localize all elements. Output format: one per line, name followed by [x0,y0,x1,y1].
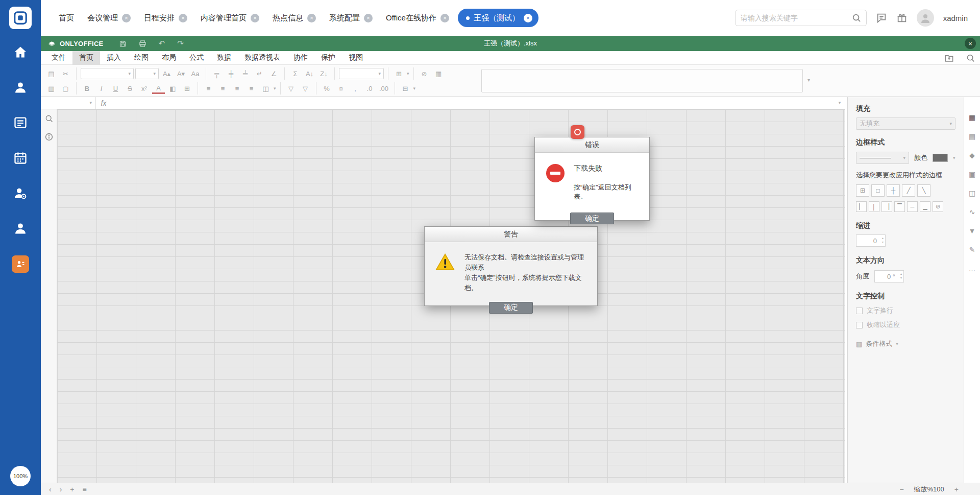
orientation-icon[interactable]: ∠ [267,67,280,80]
close-tab-icon[interactable]: × [251,14,259,22]
add-sheet-button[interactable]: + [70,485,74,493]
conditional-format-button[interactable]: ▦ 条件格式 ▾ [856,339,955,348]
cut-icon[interactable]: ✂ [59,67,72,80]
portal-logo[interactable] [9,7,32,29]
fill-select[interactable]: 无填充 ▾ [856,117,955,130]
border-vertical-button[interactable]: │ [869,201,879,212]
fill-color-icon[interactable]: ◧ [166,82,179,95]
tab-view[interactable]: 视图 [342,51,370,65]
close-tab-icon[interactable]: × [307,14,316,22]
chevron-down-icon[interactable]: ▾ [274,86,276,91]
sparkline-settings-tab-icon[interactable]: ∿ [969,208,975,216]
chevron-down-icon[interactable]: ▾ [413,86,416,91]
font-color-icon[interactable]: A [152,84,165,94]
angle-stepper[interactable]: 0 ° ▴▾ [874,270,904,282]
align-center-icon[interactable]: ≡ [216,82,229,95]
gift-icon[interactable] [896,12,908,23]
global-search-input[interactable] [741,14,852,22]
table-settings-tab-icon[interactable]: ▤ [969,132,975,140]
portal-tab-office-collab[interactable]: Office在线协作 × [381,9,454,27]
copy-icon[interactable]: ▥ [45,82,58,95]
strikethrough-icon[interactable]: S [124,82,136,95]
font-size-select[interactable]: ▾ [135,68,159,79]
border-all-button[interactable]: ⊞ [856,184,869,197]
undo-icon[interactable]: ↶ [159,39,165,48]
indent-stepper[interactable]: 0 ▴▾ [856,234,886,247]
chart-settings-tab-icon[interactable]: ◫ [969,189,975,197]
border-none-button[interactable]: ⊘ [933,201,943,212]
close-tab-icon[interactable]: × [122,14,131,22]
close-tab-icon[interactable]: × [440,14,449,22]
insert-cells-icon[interactable]: ⊞ [393,67,405,80]
close-editor-button[interactable]: × [965,38,976,49]
sheet-list-button[interactable]: ≡ [83,485,87,493]
warning-dialog-titlebar[interactable]: 警告 [425,227,597,242]
format-as-table-icon[interactable]: ▦ [432,67,445,80]
editor-search-icon[interactable] [966,54,975,62]
wrap-text-icon[interactable]: ↵ [253,67,266,80]
border-inside-button[interactable]: ┼ [887,184,900,197]
align-bottom-icon[interactable]: ╧ [239,67,252,80]
slicer-settings-tab-icon[interactable]: ▼ [969,227,976,235]
spin-down-icon[interactable]: ▾ [882,240,884,244]
decrease-font-icon[interactable]: A▾ [175,67,187,80]
save-icon[interactable] [119,40,127,48]
styles-gallery-expand-button[interactable]: ▾ [807,77,810,83]
image-settings-tab-icon[interactable]: ▣ [969,170,975,178]
error-dialog-titlebar[interactable]: 错误 [535,137,649,153]
copy-style-icon[interactable]: ▢ [59,82,72,95]
increase-decimal-icon[interactable]: .0 [363,82,376,95]
superscript-icon[interactable]: x² [138,82,151,95]
border-top-button[interactable]: ▔ [894,201,905,212]
about-info-icon[interactable] [45,133,53,141]
change-case-icon[interactable]: Aa [189,67,202,80]
spin-down-icon[interactable]: ▾ [900,276,902,280]
wrap-text-checkbox[interactable] [856,308,863,314]
open-file-location-icon[interactable] [944,53,954,63]
news-icon[interactable] [12,114,29,131]
shape-settings-tab-icon[interactable]: ◆ [969,151,975,159]
messages-icon[interactable] [876,12,887,23]
border-diagonal-down-button[interactable]: ╲ [917,184,930,197]
comma-style-icon[interactable]: , [349,82,362,95]
spin-up-icon[interactable]: ▴ [882,236,884,240]
align-left-icon[interactable]: ≡ [202,82,215,95]
border-left-button[interactable]: ▏ [856,201,867,212]
home-icon[interactable] [12,44,29,60]
increase-font-icon[interactable]: A▴ [160,67,173,80]
close-tab-icon[interactable]: × [179,14,187,22]
underline-icon[interactable]: U [109,82,122,95]
delete-cells-icon[interactable]: ⊟ [399,82,412,95]
collapse-formula-bar-button[interactable]: ▾ [834,101,845,105]
sort-ascending-icon[interactable]: A↓ [303,67,316,80]
user-avatar[interactable] [917,9,934,27]
chevron-down-icon[interactable]: ▾ [407,72,409,76]
page-zoom-badge[interactable]: 100% [10,466,31,486]
search-icon[interactable] [852,13,861,22]
border-diagonal-up-button[interactable]: ╱ [902,184,915,197]
warning-ok-button[interactable]: 确定 [489,302,533,314]
tab-formula[interactable]: 公式 [183,51,210,65]
portal-tab-content-home[interactable]: 内容管理首页 × [196,9,264,27]
portal-tab-meetings[interactable]: 会议管理 × [83,9,135,27]
autosum-icon[interactable]: Σ [289,67,302,80]
decrease-decimal-icon[interactable]: .00 [378,82,390,95]
formula-input[interactable] [111,97,834,109]
border-style-select[interactable]: ▾ [856,152,909,164]
shrink-to-fit-checkbox[interactable] [856,322,863,328]
close-tab-icon[interactable]: × [364,14,373,22]
font-name-select[interactable]: ▾ [81,68,134,79]
tab-insert[interactable]: 插入 [100,51,128,65]
user-admin-icon[interactable] [12,185,29,201]
cell-styles-gallery[interactable] [481,69,803,92]
tab-home[interactable]: 首页 [72,51,100,65]
chevron-down-icon[interactable]: ▾ [953,156,955,160]
close-tab-icon[interactable]: × [524,14,532,22]
align-top-icon[interactable]: ╤ [210,67,223,80]
filter-icon[interactable]: ▽ [285,82,298,95]
zoom-in-button[interactable]: + [954,485,959,493]
tab-draw[interactable]: 绘图 [128,51,155,65]
tab-layout[interactable]: 布局 [155,51,183,65]
portal-tab-wangqiang-active[interactable]: 王强（测试） × [458,9,538,27]
italic-icon[interactable]: I [95,82,108,95]
